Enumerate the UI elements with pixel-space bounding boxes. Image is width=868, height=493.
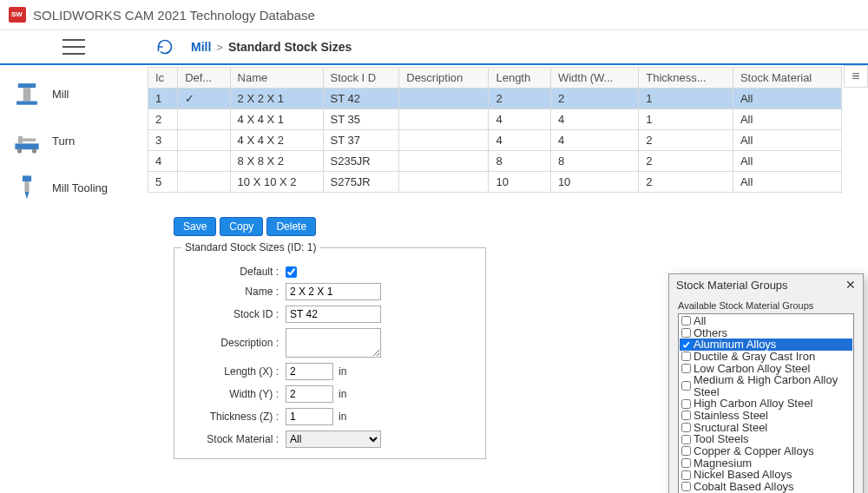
label-width: Width (Y) : [181, 388, 286, 400]
table-cell [178, 151, 230, 172]
list-item-checkbox[interactable] [681, 470, 691, 480]
column-header[interactable]: Def... [178, 68, 230, 89]
copy-button[interactable]: Copy [220, 217, 263, 236]
table-row[interactable]: 510 X 10 X 2S275JR10102All [148, 172, 842, 193]
table-cell: 10 [489, 172, 550, 193]
list-item-checkbox[interactable] [681, 411, 691, 420]
stockid-field[interactable] [286, 306, 381, 323]
table-cell: S235JR [323, 151, 399, 172]
table-cell [178, 172, 230, 193]
list-item[interactable]: High Carbon Alloy Steel [680, 398, 852, 410]
list-item-checkbox[interactable] [681, 446, 691, 456]
svg-marker-10 [24, 192, 29, 200]
sidebar-item-turn[interactable]: Turn [0, 117, 148, 164]
material-select[interactable]: All [286, 431, 381, 448]
table-cell [178, 109, 230, 130]
refresh-button[interactable] [148, 38, 182, 56]
window-title: SOLIDWORKS CAM 2021 Technology Database [33, 8, 315, 23]
label-default: Default : [181, 266, 286, 278]
list-item-checkbox[interactable] [681, 352, 691, 361]
list-item-checkbox[interactable] [681, 364, 691, 373]
table-cell: 8 [489, 151, 550, 172]
list-item[interactable]: Stainless Steel [680, 410, 852, 422]
width-field[interactable] [286, 385, 333, 403]
list-item[interactable]: All [680, 315, 852, 327]
table-row[interactable]: 34 X 4 X 2ST 37442All [148, 130, 842, 151]
list-item-checkbox[interactable] [681, 435, 691, 444]
length-field[interactable] [286, 363, 333, 380]
column-header[interactable]: Length [489, 68, 550, 89]
sidebar-item-label: Turn [52, 135, 75, 148]
material-listbox[interactable]: AllOthersAluminum AlloysDuctile & Gray C… [678, 313, 854, 493]
list-item[interactable]: Ductile & Gray Cast Iron [680, 351, 852, 363]
list-item-checkbox[interactable] [681, 316, 691, 325]
stock-table[interactable]: IcDef...NameStock I DDescriptionLengthWi… [148, 67, 842, 193]
mill-icon [12, 79, 42, 108]
toolbar: Mill > Standard Stock Sizes [0, 30, 868, 65]
list-item[interactable]: Tool Steels [680, 433, 852, 445]
close-icon[interactable]: ✕ [845, 278, 856, 292]
list-item[interactable]: Aluminum Alloys [680, 339, 852, 351]
breadcrumb-root[interactable]: Mill [191, 40, 211, 54]
column-header[interactable]: Description [399, 68, 489, 89]
list-item-label: Magnesium [694, 457, 752, 470]
svg-point-6 [17, 148, 22, 153]
column-menu-button[interactable]: ≡ [844, 65, 868, 88]
list-item-checkbox[interactable] [681, 399, 691, 409]
default-checkbox[interactable] [286, 266, 297, 278]
description-field[interactable] [286, 328, 381, 358]
svg-point-7 [32, 148, 36, 153]
menu-toggle[interactable] [0, 39, 148, 55]
svg-rect-9 [24, 181, 29, 192]
label-name: Name : [181, 286, 286, 298]
list-item[interactable]: Others [680, 327, 852, 339]
column-header[interactable]: Ic [148, 68, 178, 89]
table-cell: 2 [489, 89, 550, 109]
label-stockid: Stock ID : [181, 308, 286, 320]
delete-button[interactable]: Delete [266, 217, 316, 236]
hamburger-icon [62, 39, 85, 55]
breadcrumb-leaf: Standard Stock Sizes [228, 40, 352, 54]
label-thickness: Thickness (Z) : [181, 411, 286, 423]
list-item-label: Copper & Copper Alloys [694, 445, 814, 457]
list-item[interactable]: Magnesium [680, 457, 852, 470]
thickness-field[interactable] [286, 408, 333, 425]
column-header[interactable]: Name [230, 68, 323, 89]
breadcrumb-sep: > [216, 41, 223, 54]
hamburger-icon: ≡ [852, 69, 859, 84]
table-cell [399, 172, 489, 193]
table-cell: 4 [550, 109, 638, 130]
table-row[interactable]: 1✓2 X 2 X 1ST 42221All [148, 89, 842, 109]
list-item-checkbox[interactable] [681, 381, 691, 391]
save-button[interactable]: Save [174, 217, 216, 236]
dialog-label: Available Stock Material Groups [678, 300, 854, 311]
table-row[interactable]: 48 X 8 X 2S235JR882All [148, 151, 842, 172]
sidebar-item-mill-tooling[interactable]: Mill Tooling [0, 164, 148, 211]
sidebar-item-mill[interactable]: Mill [0, 70, 148, 117]
list-item-checkbox[interactable] [681, 328, 691, 338]
list-item[interactable]: Cobalt Based Alloys [680, 481, 852, 493]
table-row[interactable]: 24 X 4 X 1ST 35441All [148, 109, 842, 130]
table-cell: 4 [148, 151, 178, 172]
list-item-checkbox[interactable] [681, 482, 691, 491]
list-item-checkbox[interactable] [681, 423, 691, 432]
list-item-checkbox[interactable] [681, 340, 691, 350]
list-item[interactable]: Low Carbon Alloy Steel [680, 363, 852, 375]
list-item-label: Ductile & Gray Cast Iron [694, 351, 815, 363]
list-item[interactable]: Nickel Based Alloys [680, 469, 852, 481]
name-field[interactable] [286, 283, 381, 300]
column-header[interactable]: Stock Material [733, 68, 841, 89]
list-item-label: Medium & High Carbon Alloy Steel [694, 374, 851, 398]
column-header[interactable]: Stock I D [323, 68, 399, 89]
list-item[interactable]: Sructural Steel [680, 422, 852, 434]
detail-form: Save Copy Delete Standard Stock Sizes (I… [174, 217, 486, 459]
table-cell: 4 X 4 X 1 [230, 109, 323, 130]
column-header[interactable]: Thickness... [639, 68, 733, 89]
list-item[interactable]: Medium & High Carbon Alloy Steel [680, 374, 852, 398]
column-header[interactable]: Width (W... [550, 68, 638, 89]
table-cell: 2 [639, 130, 733, 151]
table-cell: 5 [148, 172, 178, 193]
table-cell: 1 [639, 109, 733, 130]
list-item-checkbox[interactable] [681, 458, 691, 468]
list-item[interactable]: Copper & Copper Alloys [680, 445, 852, 457]
